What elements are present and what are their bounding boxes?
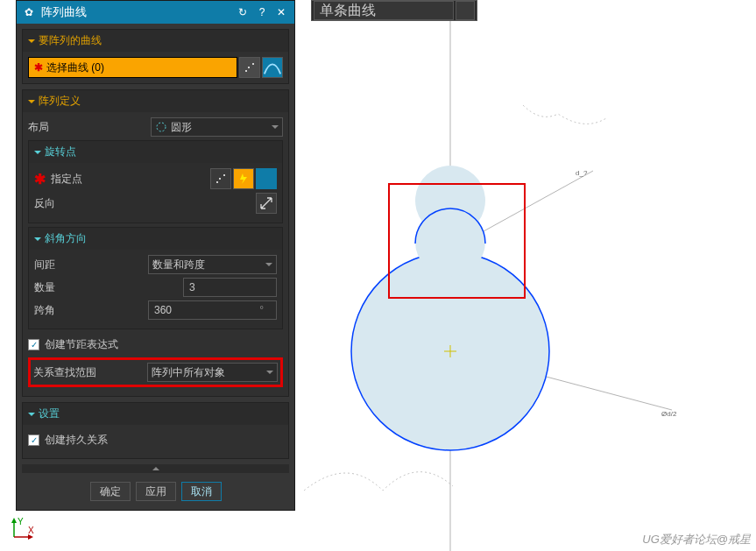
span-angle-value: 360 — [154, 304, 252, 316]
svg-point-4 — [245, 70, 247, 72]
reverse-label: 反向 — [34, 196, 256, 211]
subgroup-label: 斜角方向 — [45, 231, 87, 246]
top-ribbon: 单条曲线 — [311, 0, 477, 21]
chevron-down-icon — [28, 100, 35, 103]
required-asterisk-icon: ✱ — [34, 171, 46, 187]
watermark: UG爱好者论坛@戒星 — [642, 532, 751, 547]
group-label: 要阵列的曲线 — [39, 33, 102, 48]
dots-icon — [215, 173, 227, 185]
subgroup-header-pivot[interactable]: 旋转点 — [29, 141, 282, 163]
reverse-icon — [259, 196, 273, 210]
dialog-button-row: 确定 应用 取消 — [22, 478, 289, 505]
dim-label: Ød/2 — [661, 410, 677, 418]
dialog-titlebar[interactable]: ✿ 阵列曲线 ↻ ? ✕ — [17, 1, 294, 24]
y-axis-label: Y — [18, 517, 24, 526]
group-label: 设置 — [39, 406, 60, 421]
group-header-settings[interactable]: 设置 — [23, 403, 288, 425]
curve-selection-mode-dropdown[interactable]: 单条曲线 — [314, 1, 454, 20]
persist-relation-checkbox[interactable]: ✓ — [28, 434, 39, 446]
subgroup-header-angdir[interactable]: 斜角方向 — [29, 228, 282, 250]
svg-point-7 — [157, 123, 166, 131]
svg-point-10 — [223, 174, 225, 176]
chevron-down-icon — [34, 151, 41, 154]
svg-point-8 — [216, 181, 218, 183]
chevron-down-icon — [28, 413, 35, 416]
specify-point-label: 指定点 — [51, 172, 82, 187]
apply-button[interactable]: 应用 — [136, 482, 176, 501]
point-dialog-button[interactable] — [210, 168, 231, 189]
scope-row-highlight: 关系查找范围 阵列中所有对象 — [28, 357, 283, 387]
select-curve-field[interactable]: ✱ 选择曲线 (0) — [28, 57, 237, 78]
subgroup-label: 旋转点 — [45, 145, 76, 159]
point-snap-dropdown[interactable] — [256, 168, 277, 189]
chevron-down-icon — [265, 263, 272, 266]
chevron-down-icon — [28, 39, 35, 43]
ok-button[interactable]: 确定 — [90, 482, 131, 501]
count-value: 3 — [189, 281, 271, 293]
pattern-shape[interactable] — [351, 166, 549, 450]
persist-relation-label: 创建持久关系 — [45, 433, 108, 448]
collapse-all-bar[interactable] — [22, 464, 289, 473]
span-angle-unit: ° — [259, 304, 264, 316]
span-angle-label: 跨角 — [34, 303, 148, 318]
svg-point-1 — [415, 207, 485, 277]
curve-type-button[interactable] — [262, 57, 283, 78]
axis-indicator: Y X — [9, 516, 35, 546]
spacing-label: 间距 — [34, 258, 148, 272]
select-curve-label: 选择曲线 (0) — [46, 60, 104, 75]
layout-label: 布局 — [28, 120, 151, 135]
auto-infer-point-button[interactable] — [233, 168, 254, 189]
group-label: 阵列定义 — [39, 94, 81, 109]
viewport[interactable]: Ød/2 d_? — [295, 0, 756, 551]
required-asterisk-icon: ✱ — [34, 61, 43, 74]
ribbon-extra-button[interactable] — [456, 1, 475, 20]
subgroup-pivot: 旋转点 ✱ 指定点 — [28, 140, 283, 223]
curve-mode-label: 单条曲线 — [320, 2, 376, 20]
svg-point-9 — [219, 178, 221, 180]
chevron-down-icon — [266, 371, 273, 374]
spacing-value: 数量和跨度 — [152, 258, 265, 272]
dots-icon — [244, 61, 256, 74]
group-array-definition: 阵列定义 布局 圆形 旋转点 — [22, 89, 289, 397]
close-button[interactable]: ✕ — [272, 4, 291, 21]
pitch-expression-label: 创建节距表达式 — [45, 337, 118, 352]
scope-label: 关系查找范围 — [33, 365, 147, 380]
svg-point-5 — [248, 67, 250, 68]
count-input[interactable]: 3 — [183, 278, 277, 297]
cancel-button[interactable]: 取消 — [181, 482, 222, 501]
pitch-expression-checkbox[interactable]: ✓ — [28, 339, 39, 350]
lightning-icon — [237, 173, 250, 185]
scope-value: 阵列中所有对象 — [152, 365, 266, 380]
svg-marker-11 — [11, 518, 17, 523]
dashed-cloud — [304, 472, 453, 491]
group-settings: 设置 ✓ 创建持久关系 — [22, 402, 289, 459]
refresh-button[interactable]: ↻ — [233, 4, 252, 21]
group-header-curve[interactable]: 要阵列的曲线 — [23, 30, 288, 52]
dialog-title: 阵列曲线 — [38, 4, 233, 20]
reverse-direction-button[interactable] — [256, 193, 277, 214]
chevron-up-icon — [152, 467, 159, 470]
pattern-curve-dialog: ✿ 阵列曲线 ↻ ? ✕ 要阵列的曲线 ✱ 选择曲线 (0) — [16, 0, 295, 511]
curve-picker-options-button[interactable] — [239, 57, 260, 78]
layout-value: 圆形 — [167, 120, 272, 135]
group-curve-to-pattern: 要阵列的曲线 ✱ 选择曲线 (0) — [22, 29, 289, 84]
x-axis-label: X — [28, 526, 34, 535]
help-button[interactable]: ? — [252, 4, 272, 21]
span-angle-input[interactable]: 360 ° — [148, 300, 277, 320]
layout-dropdown[interactable]: 圆形 — [151, 117, 283, 137]
dashed-cloud — [523, 105, 606, 124]
spacing-dropdown[interactable]: 数量和跨度 — [148, 255, 277, 274]
svg-point-6 — [252, 63, 254, 65]
chevron-down-icon — [272, 125, 279, 129]
dialog-body: 要阵列的曲线 ✱ 选择曲线 (0) — [17, 24, 294, 510]
dim-label: d_? — [576, 169, 588, 177]
sketch-canvas[interactable]: Ød/2 d_? — [295, 0, 756, 551]
gear-icon[interactable]: ✿ — [20, 6, 38, 18]
circular-icon — [155, 121, 167, 133]
subgroup-angular-direction: 斜角方向 间距 数量和跨度 数量 — [28, 227, 283, 329]
count-label: 数量 — [34, 280, 183, 295]
group-header-definition[interactable]: 阵列定义 — [23, 90, 288, 112]
chevron-down-icon — [34, 237, 41, 241]
curve-icon — [263, 58, 282, 77]
scope-dropdown[interactable]: 阵列中所有对象 — [147, 363, 278, 382]
